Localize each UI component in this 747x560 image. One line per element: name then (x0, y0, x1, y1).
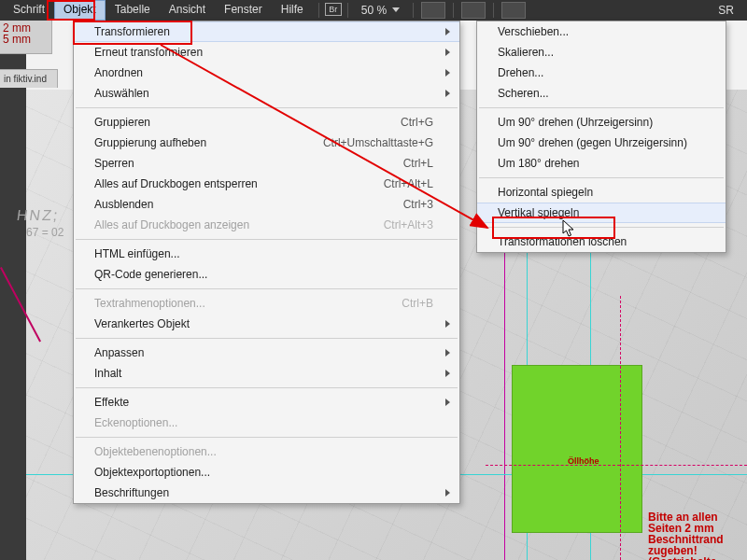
menu-item-label: Sperren (94, 157, 134, 170)
menu-item-label: Horizontal spiegeln (498, 186, 593, 199)
objekt-dropdown: TransformierenErneut transformierenAnord… (73, 21, 460, 504)
menu-hilfe[interactable]: Hilfe (272, 0, 313, 21)
objekt-menu-item[interactable]: GruppierenCtrl+G (74, 112, 459, 133)
objekt-menu-item[interactable]: Verankertes Objekt (74, 314, 459, 334)
objekt-menu-item: Textrahmenoptionen...Ctrl+B (74, 293, 459, 314)
bg-line (0, 268, 56, 352)
objekt-menu-item[interactable]: Auswählen (74, 83, 459, 104)
menu-separator (479, 107, 724, 108)
menu-fenster[interactable]: Fenster (215, 0, 272, 21)
menu-item-label: Vertikal spiegeln (498, 206, 579, 219)
transform-menu-item[interactable]: Vertikal spiegeln (477, 203, 726, 223)
objekt-menu-item[interactable]: Anordnen (74, 63, 459, 83)
menu-item-label: Gruppieren (94, 116, 150, 129)
transformieren-submenu: Verschieben...Skalieren...Drehen...Scher… (476, 21, 726, 253)
transform-menu-item[interactable]: Verschieben... (477, 21, 726, 42)
bg-text: 67 = 02 (26, 226, 63, 239)
menu-separator (76, 437, 458, 438)
bg-text: HNZ; (16, 207, 61, 224)
menu-separator (76, 338, 458, 339)
menu-item-label: Verschieben... (498, 25, 569, 38)
objekt-menu-item[interactable]: AusblendenCtrl+3 (74, 194, 459, 215)
objekt-menu-item[interactable]: HTML einfügen... (74, 244, 459, 264)
dimension-label: Öllhöhe (568, 456, 599, 466)
transform-menu-item[interactable]: Scheren... (477, 83, 726, 104)
transform-menu-item[interactable]: Um 180° drehen (477, 153, 726, 174)
menu-shortcut: Ctrl+Alt+3 (346, 218, 433, 231)
menu-item-label: Um 90° drehen (Uhrzeigersinn) (498, 116, 653, 129)
separator (413, 3, 414, 18)
menu-shortcut: Ctrl+B (364, 297, 433, 310)
transform-menu-item[interactable]: Skalieren... (477, 42, 726, 63)
transform-menu-item[interactable]: Um 90° drehen (Uhrzeigersinn) (477, 112, 726, 133)
transform-menu-item[interactable]: Um 90° drehen (gegen Uhrzeigersinn) (477, 133, 726, 153)
objekt-menu-item[interactable]: QR-Code generieren... (74, 264, 459, 285)
submenu-arrow-icon (445, 489, 450, 497)
bridge-icon[interactable]: Br (325, 3, 342, 16)
objekt-menu-item[interactable]: Gruppierung aufhebenCtrl+Umschalttaste+G (74, 133, 459, 153)
submenu-arrow-icon (445, 90, 450, 97)
workspace-switcher[interactable]: SR (709, 1, 743, 20)
menu-item-label: Effekte (94, 396, 129, 409)
objekt-menu-item[interactable]: Objektexportoptionen... (74, 462, 459, 483)
menu-item-label: Skalieren... (498, 46, 554, 59)
menu-item-label: Anpassen (94, 346, 144, 359)
menubar: Schrift Objekt Tabelle Ansicht Fenster H… (0, 0, 747, 21)
menu-shortcut: Ctrl+3 (366, 198, 433, 211)
note-line: Bitte an allen Seiten 2 mm (648, 511, 741, 534)
selected-frame[interactable] (512, 365, 642, 533)
submenu-arrow-icon (445, 349, 450, 357)
menu-item-label: Gruppierung aufheben (94, 136, 206, 149)
menu-item-label: Alles auf Druckbogen anzeigen (94, 218, 249, 231)
objekt-menu-item[interactable]: Alles auf Druckbogen entsperrenCtrl+Alt+… (74, 174, 459, 194)
menu-item-label: Transformieren (94, 25, 170, 38)
screen-mode-icon[interactable] (461, 2, 486, 19)
menu-tabelle[interactable]: Tabelle (106, 0, 160, 21)
separator (318, 3, 319, 18)
objekt-menu-item[interactable]: SperrenCtrl+L (74, 153, 459, 174)
menu-item-label: Ausblenden (94, 198, 153, 211)
transform-menu-item[interactable]: Transformationen löschen (477, 231, 726, 252)
separator (453, 3, 454, 18)
menu-item-label: Um 180° drehen (498, 157, 580, 170)
submenu-arrow-icon (445, 28, 450, 35)
view-options-icon[interactable] (421, 2, 445, 19)
objekt-menu-item: Alles auf Druckbogen anzeigenCtrl+Alt+3 (74, 215, 459, 235)
menu-item-label: Um 90° drehen (gegen Uhrzeigersinn) (498, 136, 687, 149)
note-line: (Gestrichelte Linie) (648, 556, 741, 560)
menu-shortcut: Ctrl+Alt+L (346, 177, 433, 190)
submenu-arrow-icon (445, 49, 450, 56)
menu-item-label: Textrahmenoptionen... (94, 297, 205, 310)
arrange-docs-icon[interactable] (501, 2, 526, 19)
bleed-guide-vertical (620, 296, 621, 560)
menu-item-label: QR-Code generieren... (94, 268, 207, 281)
submenu-arrow-icon (445, 320, 450, 328)
transform-menu-item[interactable]: Drehen... (477, 63, 726, 83)
menu-item-label: Scheren... (498, 87, 549, 100)
menu-separator (76, 387, 458, 388)
menu-objekt[interactable]: Objekt (54, 0, 106, 21)
objekt-menu-item: Objektebenenoptionen... (74, 441, 459, 462)
menu-ansicht[interactable]: Ansicht (160, 0, 215, 21)
objekt-menu-item[interactable]: Anpassen (74, 343, 459, 363)
transform-menu-item[interactable]: Horizontal spiegeln (477, 182, 726, 203)
chevron-down-icon (392, 7, 400, 14)
objekt-menu-item[interactable]: Beschriftungen (74, 483, 459, 503)
objekt-menu-item[interactable]: Inhalt (74, 363, 459, 384)
menu-item-label: Verankertes Objekt (94, 317, 190, 330)
menu-item-label: Auswählen (94, 87, 149, 100)
menu-schrift[interactable]: Schrift (4, 0, 54, 21)
menu-separator (76, 239, 458, 240)
document-tab[interactable]: in fiktiv.ind (0, 69, 58, 88)
objekt-menu-item[interactable]: Effekte (74, 392, 459, 413)
menu-item-label: HTML einfügen... (94, 247, 180, 260)
menu-item-label: Beschriftungen (94, 486, 169, 499)
menu-item-label: Objektexportoptionen... (94, 466, 210, 479)
menu-item-label: Transformationen löschen (498, 235, 627, 248)
menu-item-label: Inhalt (94, 367, 121, 380)
separator (493, 3, 494, 18)
objekt-menu-item[interactable]: Erneut transformieren (74, 42, 459, 63)
objekt-menu-item[interactable]: Transformieren (74, 21, 459, 42)
menu-item-label: Eckenoptionen... (94, 416, 177, 429)
zoom-level[interactable]: 50 % (354, 0, 407, 21)
